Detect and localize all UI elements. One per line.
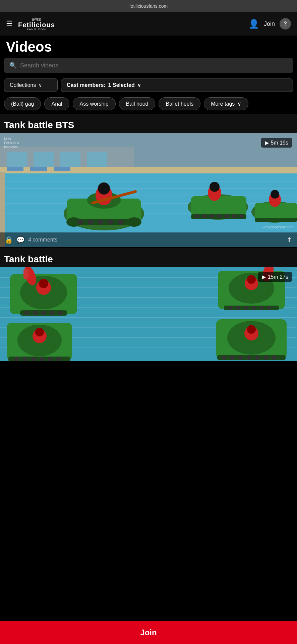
svg-point-87	[40, 357, 44, 361]
svg-rect-16	[54, 167, 70, 171]
svg-point-29	[98, 182, 110, 195]
duration-text-2: 15m 27s	[268, 274, 288, 280]
collections-filter-button[interactable]: Collections ∨	[4, 78, 58, 92]
svg-point-77	[267, 306, 271, 310]
svg-point-62	[41, 311, 46, 315]
search-bar[interactable]: 🔍	[4, 58, 293, 73]
filter-row: Collections ∨ Cast members: 1 Selected ∨	[0, 78, 297, 96]
svg-rect-14	[7, 167, 23, 171]
logo-miss: Miss	[32, 17, 41, 21]
collections-chevron-icon: ∨	[39, 83, 42, 88]
video-thumbnail-svg-2	[0, 267, 297, 361]
cast-members-chevron-icon: ∨	[137, 83, 141, 88]
tag-ball-hood[interactable]: Ball hood	[119, 97, 156, 110]
svg-point-76	[259, 306, 263, 310]
svg-point-35	[202, 214, 207, 218]
join-banner[interactable]: Join	[0, 621, 297, 644]
svg-point-75	[252, 306, 256, 310]
video-bottom-bar-1: 🔒 💬 4 comments ⬆	[0, 232, 297, 247]
svg-point-88	[48, 357, 53, 361]
page-title: Videos	[0, 36, 297, 58]
svg-rect-45	[255, 218, 297, 222]
svg-point-91	[35, 328, 44, 336]
logo[interactable]: Miss Fetilicious fans.com	[18, 17, 55, 31]
video-thumbnail-svg-1	[0, 133, 297, 247]
duration-text-1: 5m 19s	[271, 140, 288, 146]
svg-point-23	[88, 219, 93, 225]
svg-rect-68	[23, 269, 28, 279]
search-input[interactable]	[20, 62, 288, 69]
svg-point-96	[230, 355, 235, 360]
svg-point-73	[236, 306, 240, 310]
svg-point-66	[39, 279, 48, 288]
play-icon-2: ▶	[262, 274, 266, 280]
video-card-2: Tank battle	[0, 248, 297, 361]
cast-members-label: Cast members:	[67, 82, 106, 88]
share-icon-1[interactable]: ⬆	[287, 236, 292, 244]
svg-point-47	[271, 190, 279, 199]
play-icon-1: ▶	[265, 140, 269, 146]
svg-point-74	[244, 306, 248, 310]
tag-ass-worship[interactable]: Ass worship	[73, 97, 116, 110]
svg-point-95	[222, 355, 226, 360]
svg-rect-3	[34, 152, 54, 168]
cast-members-value: 1 Selected	[108, 82, 135, 88]
svg-rect-32	[191, 196, 246, 216]
header: ☰ Miss Fetilicious fans.com 👤 Join ?	[0, 12, 297, 36]
svg-point-64	[58, 311, 63, 315]
svg-point-34	[195, 214, 199, 218]
logo-sub: fans.com	[27, 28, 46, 31]
svg-rect-4	[60, 152, 80, 168]
video-title-2: Tank battle	[0, 248, 297, 267]
svg-point-42	[210, 182, 220, 192]
svg-point-24	[98, 219, 103, 225]
svg-point-84	[14, 357, 19, 361]
tags-row: (Ball) gag Anal Ass worship Ball hood Ba…	[0, 96, 297, 114]
comment-icon-1: 💬	[16, 236, 25, 244]
browser-url: fetiliciousfans.com	[129, 3, 168, 9]
svg-point-38	[224, 214, 229, 218]
svg-point-39	[232, 214, 236, 218]
svg-point-97	[238, 355, 243, 360]
svg-point-99	[255, 355, 260, 360]
video-card-1: Tank battle BTS	[0, 114, 297, 247]
video-thumb-2[interactable]: ▶ 15m 27s	[0, 267, 297, 361]
svg-point-86	[31, 357, 36, 361]
comments-count-1[interactable]: 4 comments	[28, 237, 283, 243]
hamburger-icon[interactable]: ☰	[6, 19, 13, 28]
help-icon[interactable]: ?	[280, 18, 291, 30]
svg-point-25	[108, 219, 113, 225]
user-icon[interactable]: 👤	[248, 19, 259, 29]
video-logo-watermark-1: Miss Fetilicious fans.com	[4, 137, 19, 149]
lock-icon-1: 🔒	[5, 236, 13, 244]
logo-main: Fetilicious	[18, 21, 55, 28]
tag-ballet-heels[interactable]: Ballet heels	[159, 97, 200, 110]
cast-members-filter-button[interactable]: Cast members: 1 Selected ∨	[61, 78, 293, 92]
watermark-1: Fetiliciousfans.com	[262, 225, 294, 229]
video-title-1: Tank battle BTS	[0, 114, 297, 133]
more-tags-button[interactable]: More tags ∨	[204, 97, 248, 110]
header-right: 👤 Join ?	[248, 18, 291, 30]
svg-point-60	[24, 311, 29, 315]
svg-point-101	[272, 355, 277, 360]
svg-point-22	[78, 219, 83, 225]
header-join-link[interactable]: Join	[264, 20, 275, 28]
svg-point-89	[56, 357, 61, 361]
svg-point-79	[247, 275, 256, 284]
svg-point-98	[247, 355, 251, 360]
svg-point-72	[229, 306, 233, 310]
tag-anal[interactable]: Anal	[44, 97, 69, 110]
tag-ball-gag[interactable]: (Ball) gag	[4, 97, 41, 110]
video-thumb-1[interactable]: Miss Fetilicious fans.com ▶ 5m 19s Fetil…	[0, 133, 297, 247]
svg-point-63	[50, 311, 54, 315]
svg-point-40	[239, 214, 244, 218]
join-banner-label: Join	[140, 628, 157, 637]
collections-label: Collections	[10, 82, 36, 88]
svg-point-26	[118, 219, 123, 225]
duration-badge-2: ▶ 15m 27s	[258, 272, 292, 282]
svg-point-100	[263, 355, 268, 360]
svg-point-85	[23, 357, 27, 361]
svg-rect-15	[30, 167, 47, 171]
svg-point-61	[33, 311, 38, 315]
more-tags-chevron-icon: ∨	[237, 101, 241, 107]
